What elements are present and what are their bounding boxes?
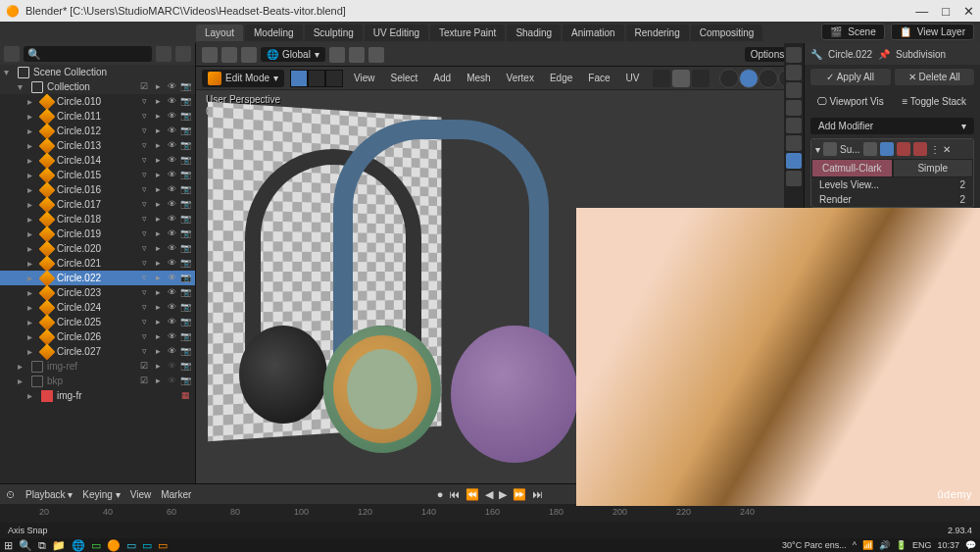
start-icon[interactable]: ⊞ [4,539,13,552]
timeline-icon[interactable]: ⏲ [6,489,16,500]
timeline-view-menu[interactable]: View [130,489,152,500]
visibility-icon[interactable]: 👁 [166,302,177,314]
modifier-name[interactable]: Su... [840,144,860,155]
disclosure-triangle-icon[interactable]: ▸ [27,140,37,151]
visibility-icon[interactable]: 👁 [166,140,177,152]
tab-layout[interactable]: Layout [196,25,243,41]
select-restrict-icon[interactable]: ▸ [152,258,164,270]
visibility-icon[interactable]: 👁 [166,111,177,123]
tab-rendering[interactable]: Rendering [626,25,689,41]
select-restrict-icon[interactable]: ▸ [152,287,164,299]
cursor-tool-icon[interactable] [202,47,218,63]
simple-toggle[interactable]: Simple [893,159,974,177]
face-select-mode[interactable] [325,70,343,87]
select-restrict-icon[interactable]: ▸ [152,96,164,108]
tab-modeling[interactable]: Modeling [245,25,303,41]
mesh-data-icon[interactable]: ▿ [138,273,150,284]
visibility-icon[interactable]: 👁 [166,184,177,196]
visibility-icon[interactable]: 👁 [166,214,177,226]
exclude-icon[interactable]: ▸ [152,376,164,387]
disclosure-triangle-icon[interactable]: ▸ [27,228,37,239]
visibility-icon[interactable]: 👁 [166,346,177,358]
delete-all-button[interactable]: ✕ Delete All [895,69,975,85]
mode-selector[interactable]: Edit Mode ▾ [202,70,284,87]
outliner-object-row[interactable]: ▸Circle.021▿▸👁📷 [0,256,195,271]
xray-toggle-icon[interactable] [692,70,710,87]
minimize-button[interactable]: — [915,4,928,19]
visibility-icon[interactable]: 👁 [166,287,177,299]
add-menu[interactable]: Add [428,71,456,85]
camera-icon[interactable]: 📷 [179,376,191,387]
render-display-icon[interactable] [913,142,927,156]
outliner-object-row[interactable]: ▸Circle.010▿▸👁📷 [0,94,195,109]
levels-viewport-value[interactable]: 2 [959,179,965,190]
render-levels-value[interactable]: 2 [959,194,965,205]
maximize-button[interactable]: □ [942,4,950,19]
modifier-tab-icon[interactable] [786,153,802,169]
viewport-vis-button[interactable]: 🖵 Viewport Vis [810,93,891,110]
visibility-icon[interactable]: 👁 [166,273,177,284]
camera-icon[interactable]: 📷 [179,125,191,137]
shading-solid-icon[interactable] [739,69,759,88]
checkbox-icon[interactable]: ☑ [138,81,150,93]
select-restrict-icon[interactable]: ▸ [152,125,164,137]
mesh-data-icon[interactable]: ▿ [138,302,150,314]
notification-icon[interactable]: 💬 [965,540,976,550]
mesh-data-icon[interactable]: ▿ [138,140,150,152]
mesh-data-icon[interactable]: ▿ [138,184,150,196]
disclosure-triangle-icon[interactable]: ▾ [18,81,27,92]
timeline-ruler[interactable]: 20406080100120140160180200220240 [0,504,980,524]
auto-key-icon[interactable]: ● [437,488,444,500]
edge-icon[interactable]: 🌐 [72,539,85,552]
disclosure-triangle-icon[interactable]: ▸ [27,258,37,269]
snap-type-icon[interactable] [349,47,365,63]
move-tool-icon[interactable] [241,47,257,63]
camera-icon[interactable]: 📷 [179,155,191,167]
keyframe-prev-icon[interactable]: ⏪ [466,488,479,501]
camera-icon[interactable]: 📷 [179,228,191,240]
explorer-icon[interactable]: 📁 [52,539,66,552]
exclude-icon[interactable]: ▸ [152,81,164,93]
outliner-object-row[interactable]: ▸Circle.023▿▸👁📷 [0,285,195,300]
disclosure-triangle-icon[interactable]: ▸ [27,155,37,166]
outliner-object-row[interactable]: ▸Circle.022▿▸👁📷 [0,271,195,285]
select-restrict-icon[interactable]: ▸ [152,155,164,167]
edge-select-mode[interactable] [308,70,325,87]
camera-icon[interactable]: 📷 [179,184,191,196]
select-restrict-icon[interactable]: ▸ [152,317,164,328]
collection-bkp-row[interactable]: ▸ bkp ☑ ▸ 👁 📷 [0,374,195,388]
clock[interactable]: 10:37 [937,540,959,550]
blender-taskbar-icon[interactable]: 🟠 [107,539,121,552]
outliner-object-row[interactable]: ▸Circle.019▿▸👁📷 [0,226,195,241]
camera-icon[interactable]: 📷 [179,243,191,255]
outliner-object-row[interactable]: ▸Circle.018▿▸👁📷 [0,212,195,226]
view-layer-tab-icon[interactable] [786,82,802,98]
mesh-data-icon[interactable]: ▿ [138,170,150,181]
visibility-hidden-icon[interactable]: 👁 [166,361,177,373]
mesh-data-icon[interactable]: ▿ [138,243,150,255]
tab-texture-paint[interactable]: Texture Paint [430,25,505,41]
face-menu[interactable]: Face [583,71,614,85]
realtime-display-icon[interactable] [897,142,910,156]
outliner-search[interactable]: 🔍 [24,46,152,62]
play-icon[interactable]: ▶ [499,488,507,501]
outliner-object-row[interactable]: ▸Circle.027▿▸👁📷 [0,344,195,359]
disclosure-triangle-icon[interactable]: ▸ [18,361,27,372]
mesh-data-icon[interactable]: ▿ [138,331,150,343]
object-tab-icon[interactable] [786,135,802,151]
on-cage-icon[interactable] [863,142,877,156]
camera-icon[interactable]: 📷 [179,199,191,211]
keyframe-next-icon[interactable]: ⏩ [513,488,526,501]
tray-chevron-icon[interactable]: ^ [853,540,857,550]
visibility-icon[interactable]: 👁 [166,243,177,255]
vertex-menu[interactable]: Vertex [502,71,539,85]
camera-icon[interactable]: 📷 [179,96,191,108]
app-icon[interactable]: ▭ [91,539,101,552]
shading-material-icon[interactable] [759,69,778,88]
extras-icon[interactable]: ⋮ [930,144,940,155]
outliner-object-row[interactable]: ▸Circle.014▿▸👁📷 [0,153,195,168]
mesh-data-icon[interactable]: ▿ [138,258,150,270]
visibility-icon[interactable]: 👁 [166,317,177,328]
mesh-data-icon[interactable]: ▿ [138,125,150,137]
disclosure-triangle-icon[interactable]: ▸ [27,96,37,107]
